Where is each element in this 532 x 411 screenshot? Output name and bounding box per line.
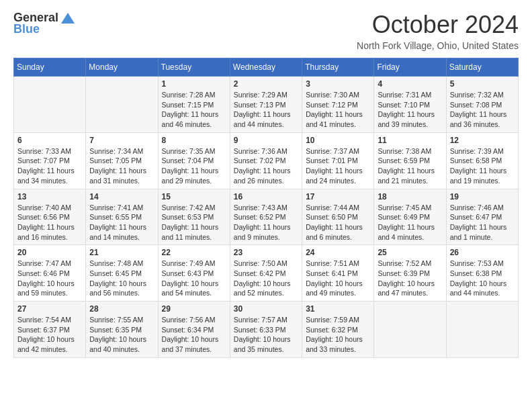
day-number: 24 [306,248,370,257]
day-detail: Sunrise: 7:49 AM Sunset: 6:43 PM Dayligh… [162,259,226,298]
day-number: 15 [162,192,226,201]
calendar-cell: 29Sunrise: 7:56 AM Sunset: 6:34 PM Dayli… [158,302,230,358]
weekday-header: Wednesday [230,58,302,77]
calendar-cell: 9Sunrise: 7:36 AM Sunset: 7:02 PM Daylig… [230,132,302,189]
calendar-cell: 24Sunrise: 7:51 AM Sunset: 6:41 PM Dayli… [302,245,374,302]
calendar-cell: 20Sunrise: 7:47 AM Sunset: 6:46 PM Dayli… [14,245,86,302]
svg-marker-0 [61,13,75,24]
weekday-header: Saturday [446,58,518,77]
page-container: General Blue October 2024 North Fork Vil… [0,0,532,369]
day-detail: Sunrise: 7:36 AM Sunset: 7:02 PM Dayligh… [234,146,298,186]
day-detail: Sunrise: 7:53 AM Sunset: 6:38 PM Dayligh… [450,259,515,298]
calendar-week-row: 27Sunrise: 7:54 AM Sunset: 6:37 PM Dayli… [14,302,519,358]
calendar-cell: 30Sunrise: 7:57 AM Sunset: 6:33 PM Dayli… [230,302,302,358]
day-number: 20 [17,248,82,257]
calendar-week-row: 1Sunrise: 7:28 AM Sunset: 7:15 PM Daylig… [14,77,519,133]
calendar-cell: 4Sunrise: 7:31 AM Sunset: 7:10 PM Daylig… [374,77,446,133]
day-number: 21 [89,248,154,257]
calendar-cell: 5Sunrise: 7:32 AM Sunset: 7:08 PM Daylig… [446,77,518,133]
logo-icon [60,11,76,25]
calendar-cell [446,302,518,358]
day-number: 27 [17,304,82,314]
day-detail: Sunrise: 7:51 AM Sunset: 6:41 PM Dayligh… [306,259,370,298]
header: General Blue October 2024 North Fork Vil… [13,11,519,51]
calendar-cell: 2Sunrise: 7:29 AM Sunset: 7:13 PM Daylig… [230,77,302,133]
day-detail: Sunrise: 7:52 AM Sunset: 6:39 PM Dayligh… [378,259,442,298]
day-detail: Sunrise: 7:32 AM Sunset: 7:08 PM Dayligh… [450,90,515,130]
calendar-cell: 1Sunrise: 7:28 AM Sunset: 7:15 PM Daylig… [158,77,230,133]
calendar-cell: 25Sunrise: 7:52 AM Sunset: 6:39 PM Dayli… [374,245,446,302]
calendar-week-row: 6Sunrise: 7:33 AM Sunset: 7:07 PM Daylig… [14,132,519,189]
weekday-header: Monday [86,58,158,77]
day-number: 7 [89,136,154,145]
day-detail: Sunrise: 7:56 AM Sunset: 6:34 PM Dayligh… [162,315,226,355]
day-detail: Sunrise: 7:33 AM Sunset: 7:07 PM Dayligh… [17,146,82,186]
day-number: 23 [234,248,298,257]
calendar-table: SundayMondayTuesdayWednesdayThursdayFrid… [13,58,519,358]
day-detail: Sunrise: 7:50 AM Sunset: 6:42 PM Dayligh… [234,259,298,298]
calendar-cell: 14Sunrise: 7:41 AM Sunset: 6:55 PM Dayli… [86,189,158,245]
day-detail: Sunrise: 7:28 AM Sunset: 7:15 PM Dayligh… [162,90,226,130]
calendar-cell: 12Sunrise: 7:39 AM Sunset: 6:58 PM Dayli… [446,132,518,189]
calendar-cell: 13Sunrise: 7:40 AM Sunset: 6:56 PM Dayli… [14,189,86,245]
day-number: 17 [306,192,370,201]
day-number: 2 [234,79,298,89]
day-detail: Sunrise: 7:30 AM Sunset: 7:12 PM Dayligh… [306,90,370,130]
day-number: 31 [306,304,370,314]
day-number: 18 [378,192,442,201]
day-number: 10 [306,136,370,145]
calendar-cell [14,77,86,133]
day-number: 8 [162,136,226,145]
calendar-cell: 10Sunrise: 7:37 AM Sunset: 7:01 PM Dayli… [302,132,374,189]
calendar-cell: 28Sunrise: 7:55 AM Sunset: 6:35 PM Dayli… [86,302,158,358]
calendar-cell: 11Sunrise: 7:38 AM Sunset: 6:59 PM Dayli… [374,132,446,189]
day-detail: Sunrise: 7:46 AM Sunset: 6:47 PM Dayligh… [450,203,515,242]
day-number: 26 [450,248,515,257]
calendar-cell: 19Sunrise: 7:46 AM Sunset: 6:47 PM Dayli… [446,189,518,245]
day-number: 29 [162,304,226,314]
calendar-cell: 17Sunrise: 7:44 AM Sunset: 6:50 PM Dayli… [302,189,374,245]
logo-blue: Blue [13,22,40,36]
day-detail: Sunrise: 7:35 AM Sunset: 7:04 PM Dayligh… [162,146,226,186]
day-detail: Sunrise: 7:29 AM Sunset: 7:13 PM Dayligh… [234,90,298,130]
month-title: October 2024 [357,11,519,39]
day-detail: Sunrise: 7:37 AM Sunset: 7:01 PM Dayligh… [306,146,370,186]
day-number: 11 [378,136,442,145]
day-number: 19 [450,192,515,201]
calendar-week-row: 13Sunrise: 7:40 AM Sunset: 6:56 PM Dayli… [14,189,519,245]
day-number: 5 [450,79,515,89]
calendar-cell [374,302,446,358]
day-number: 13 [17,192,82,201]
day-number: 22 [162,248,226,257]
day-detail: Sunrise: 7:44 AM Sunset: 6:50 PM Dayligh… [306,203,370,242]
location: North Fork Village, Ohio, United States [357,40,519,51]
day-detail: Sunrise: 7:34 AM Sunset: 7:05 PM Dayligh… [89,146,154,186]
day-detail: Sunrise: 7:47 AM Sunset: 6:46 PM Dayligh… [17,259,82,298]
day-detail: Sunrise: 7:38 AM Sunset: 6:59 PM Dayligh… [378,146,442,186]
day-number: 25 [378,248,442,257]
logo: General Blue [13,11,76,36]
day-number: 12 [450,136,515,145]
weekday-header-row: SundayMondayTuesdayWednesdayThursdayFrid… [14,58,519,77]
day-number: 9 [234,136,298,145]
day-number: 30 [234,304,298,314]
calendar-cell: 18Sunrise: 7:45 AM Sunset: 6:49 PM Dayli… [374,189,446,245]
day-detail: Sunrise: 7:41 AM Sunset: 6:55 PM Dayligh… [89,203,154,242]
title-block: October 2024 North Fork Village, Ohio, U… [357,11,519,51]
weekday-header: Tuesday [158,58,230,77]
calendar-cell: 7Sunrise: 7:34 AM Sunset: 7:05 PM Daylig… [86,132,158,189]
day-detail: Sunrise: 7:42 AM Sunset: 6:53 PM Dayligh… [162,203,226,242]
day-detail: Sunrise: 7:39 AM Sunset: 6:58 PM Dayligh… [450,146,515,186]
calendar-cell: 27Sunrise: 7:54 AM Sunset: 6:37 PM Dayli… [14,302,86,358]
calendar-cell: 21Sunrise: 7:48 AM Sunset: 6:45 PM Dayli… [86,245,158,302]
calendar-cell: 15Sunrise: 7:42 AM Sunset: 6:53 PM Dayli… [158,189,230,245]
day-number: 16 [234,192,298,201]
day-detail: Sunrise: 7:54 AM Sunset: 6:37 PM Dayligh… [17,315,82,355]
day-number: 1 [162,79,226,89]
day-detail: Sunrise: 7:45 AM Sunset: 6:49 PM Dayligh… [378,203,442,242]
calendar-cell: 8Sunrise: 7:35 AM Sunset: 7:04 PM Daylig… [158,132,230,189]
calendar-cell: 6Sunrise: 7:33 AM Sunset: 7:07 PM Daylig… [14,132,86,189]
calendar-cell: 16Sunrise: 7:43 AM Sunset: 6:52 PM Dayli… [230,189,302,245]
calendar-cell: 26Sunrise: 7:53 AM Sunset: 6:38 PM Dayli… [446,245,518,302]
day-number: 3 [306,79,370,89]
